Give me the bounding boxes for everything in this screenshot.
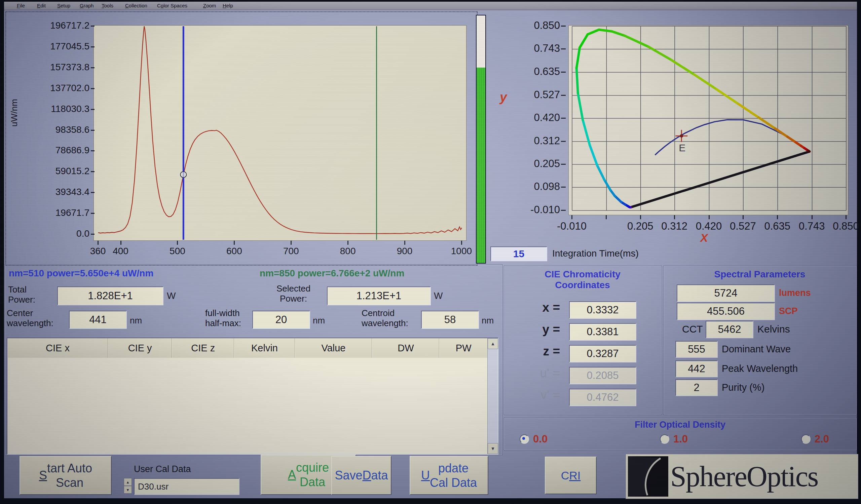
peak-wavelength-field[interactable]: 442 [675, 361, 718, 377]
spectrum-plot-area[interactable] [94, 25, 466, 241]
menu-item-collection[interactable]: Collection [125, 3, 147, 9]
cie-x-tick-mark [606, 215, 607, 219]
fwhm-field[interactable]: 20 [252, 311, 310, 329]
spectrum-x-tick-mark [461, 241, 462, 245]
center-wavelength-unit: nm [130, 316, 142, 326]
cie-diagram-area[interactable]: E [569, 25, 848, 215]
center-wavelength-field[interactable]: 441 [69, 311, 127, 329]
start-auto-scan-button[interactable]: Start AutoScan [19, 456, 112, 495]
spinner-down-icon[interactable]: ▼ [124, 486, 132, 493]
centroid-wavelength-unit: nm [482, 316, 494, 326]
filter-od-label-0.0: 0.0 [533, 433, 548, 445]
results-table-scrollbar[interactable]: ▲ ▼ [487, 338, 498, 454]
spectrum-y-tick-mark [91, 26, 95, 27]
cie-x-tick-mark [674, 215, 675, 219]
coord-symbol-y: y = [505, 322, 560, 337]
spectrum-x-tick-label: 1000 [441, 246, 482, 256]
dominant-wave-field[interactable]: 555 [675, 341, 718, 358]
cie-x-tick-mark [709, 215, 710, 219]
cri-button[interactable]: CRI [545, 457, 597, 494]
menu-item-file[interactable]: File [17, 3, 25, 9]
centroid-wavelength-label: Centroid wavelength: [361, 308, 408, 328]
results-table[interactable]: CIE xCIE yCIE zKelvinValueDWPW ▲ ▼ [7, 338, 498, 454]
cie-x-tick-label: 0.850 [822, 220, 861, 232]
spectrum-x-tick-mark [290, 241, 291, 245]
total-power-field[interactable]: 1.828E+1 [57, 286, 163, 305]
spectrum-y-tick-mark [91, 213, 95, 214]
selected-power-label: Selected Power: [266, 283, 321, 304]
integration-time-field[interactable]: 15 [490, 247, 547, 261]
spectrum-y-tick-label: 196717.2 [22, 20, 90, 31]
menu-item-setup[interactable]: Setup [57, 3, 70, 9]
spectrum-y-tick-mark [91, 150, 95, 151]
spectrum-y-tick-mark [91, 234, 95, 235]
update-cal-data-button[interactable]: UpdateCal Data [410, 456, 488, 495]
e-point-label: E [679, 142, 685, 153]
purity-field[interactable]: 2 [675, 379, 718, 396]
coord-field-z[interactable]: 0.3287 [569, 345, 636, 362]
table-header-cie-y: CIE y [108, 338, 172, 358]
menu-item-graph[interactable]: Graph [80, 3, 94, 9]
user-cal-file-field[interactable]: D30.usr [134, 478, 240, 495]
coord-symbol-z: z = [505, 344, 560, 359]
sphereoptics-logo: SphereOptics [626, 454, 858, 499]
cie-coordinates-title: CIE Chromaticity Coordinates [504, 269, 661, 291]
coord-field-y[interactable]: 0.3381 [569, 323, 636, 340]
cie-x-tick-mark [571, 215, 572, 219]
coord-symbol-x: x = [505, 300, 560, 315]
lumens-field[interactable]: 5724 [677, 284, 775, 302]
filter-od-radio-1.0[interactable] [660, 434, 669, 444]
menu-item-help[interactable]: Help [223, 3, 233, 9]
cie-y-tick-label: 0.635 [498, 66, 560, 78]
filter-od-label-2.0: 2.0 [815, 433, 829, 445]
radio-dot [522, 437, 525, 440]
spectrum-y-tick-label: 118030.3 [22, 103, 90, 114]
spectrum-y-tick-mark [91, 67, 95, 68]
spectrum-x-tick-mark [234, 241, 235, 245]
center-wavelength-label: Center wavelength: [7, 308, 54, 328]
filter-od-radio-0.0[interactable] [520, 434, 529, 444]
total-power-unit: W [167, 291, 176, 301]
cie-y-tick-mark [561, 26, 566, 27]
scroll-down-icon[interactable]: ▼ [488, 443, 498, 454]
spinner-up-icon[interactable]: ▲ [124, 478, 132, 486]
menu-item-zoom[interactable]: Zoom [203, 3, 216, 9]
cie-y-tick-mark [561, 164, 566, 165]
cie-x-tick-mark [777, 215, 778, 219]
table-header-kelvin: Kelvin [234, 338, 295, 358]
scroll-up-icon[interactable]: ▲ [488, 338, 498, 349]
cct-field[interactable]: 5462 [706, 321, 753, 338]
user-cal-data-label: User Cal Data [134, 464, 191, 474]
cie-y-tick-label: 0.205 [498, 158, 560, 170]
filter-od-radio-2.0[interactable] [801, 434, 810, 444]
table-header-cie-x: CIE x [8, 338, 108, 358]
cct-unit: Kelvins [757, 323, 790, 335]
user-cal-spinner[interactable]: ▲ ▼ [124, 478, 132, 493]
cie-y-tick-mark [561, 95, 566, 96]
cie-x-tick-label: -0.010 [548, 220, 595, 232]
spectrum-x-tick-label: 800 [328, 246, 368, 256]
sphereoptics-logo-text: SphereOptics [670, 460, 818, 493]
cie-y-tick-label: 0.527 [498, 89, 560, 101]
total-power-label: Total Power: [8, 284, 35, 305]
spectrum-x-tick-mark [404, 241, 405, 245]
spectrum-x-tick-mark [177, 241, 178, 245]
spectral-parameters-title: Spectral Parameters [663, 269, 856, 280]
spectrum-y-tick-label: 39343.4 [22, 186, 90, 197]
cursor1-readout: nm=510 power=5.650e+4 uW/nm [9, 268, 153, 279]
spectrum-y-tick-label: 0.0 [22, 228, 90, 239]
cursor-marker [180, 171, 186, 178]
spectrum-x-tick-label: 900 [384, 246, 425, 256]
selected-power-field[interactable]: 1.213E+1 [327, 286, 431, 305]
menu-item-tools[interactable]: Tools [101, 3, 113, 9]
spectrum-x-tick-label: 500 [157, 246, 197, 256]
table-header-value: Value [295, 338, 372, 358]
cursor2-readout: nm=850 power=6.766e+2 uW/nm [260, 268, 404, 279]
coord-field-x[interactable]: 0.3332 [569, 301, 636, 319]
scp-field[interactable]: 455.506 [677, 303, 775, 320]
menu-item-edit[interactable]: Edit [37, 3, 46, 9]
menu-item-color-spaces[interactable]: Color Spaces [157, 3, 187, 9]
centroid-wavelength-field[interactable]: 58 [421, 311, 479, 329]
save-data-button[interactable]: SaveData [331, 456, 392, 495]
cie-x-tick-mark [640, 215, 641, 219]
